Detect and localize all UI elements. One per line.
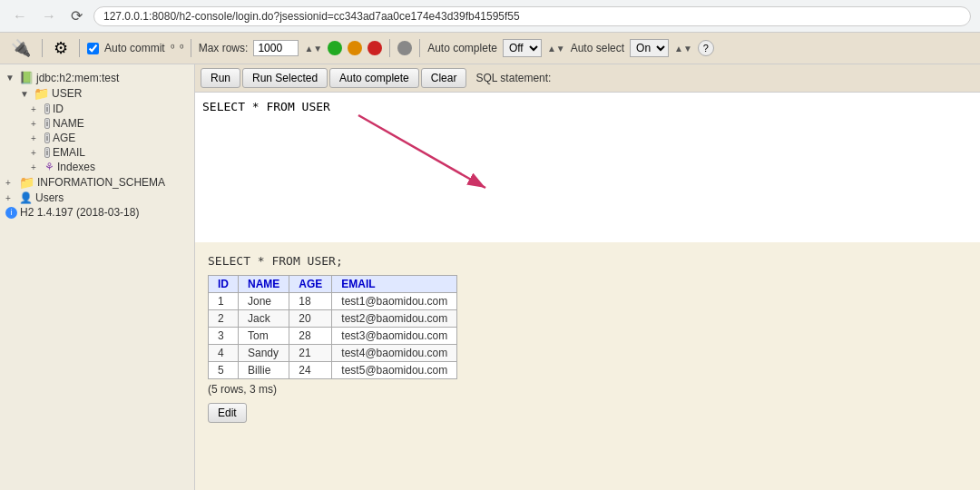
address-bar[interactable]: [93, 6, 971, 26]
sidebar-col-age[interactable]: + i AGE: [29, 131, 191, 145]
forward-button[interactable]: →: [38, 6, 60, 26]
col-id-label: ID: [53, 103, 64, 115]
auto-complete-group: Off On: [503, 39, 542, 57]
help-button[interactable]: ?: [698, 40, 714, 56]
refresh-button[interactable]: ⟳: [67, 5, 86, 26]
folder-icon: 📁: [34, 86, 49, 101]
stop-icon: [348, 41, 362, 55]
folder-icon: 📁: [19, 175, 34, 190]
separator5: [419, 39, 420, 57]
table-cell: Billie: [239, 362, 289, 379]
sidebar-connection[interactable]: ▼ 📗 jdbc:h2:mem:test: [4, 70, 191, 85]
db-icon: 📗: [19, 71, 34, 84]
sidebar-information-schema[interactable]: + 📁 INFORMATION_SCHEMA: [4, 174, 191, 191]
table-cell: test3@baomidou.com: [332, 328, 457, 345]
table-cell: 3: [209, 328, 239, 345]
disconnect-button[interactable]: 🔌: [7, 36, 34, 60]
table-cell: 20: [289, 310, 332, 328]
run-button[interactable]: Run: [201, 68, 240, 88]
results-table: ID NAME AGE EMAIL 1Jone18test1@baomidou.…: [208, 275, 457, 379]
expand-icon: +: [31, 133, 42, 143]
auto-select-select[interactable]: On Off: [630, 39, 669, 57]
user-table-label: USER: [52, 87, 82, 100]
col-name-label: NAME: [53, 117, 84, 130]
results-area: SELECT * FROM USER; ID NAME AGE EMAIL 1J…: [195, 245, 980, 490]
table-row: 3Tom28test3@baomidou.com: [209, 328, 457, 345]
table-cell: 21: [289, 345, 332, 362]
sidebar-users[interactable]: + 👤 Users: [4, 191, 191, 205]
user-columns: + i ID + i NAME + i AGE + i EMAIL: [29, 102, 191, 174]
header-row: ID NAME AGE EMAIL: [209, 276, 457, 293]
table-cell: 1: [209, 293, 239, 310]
expand-icon: +: [31, 104, 42, 114]
run-icon: [328, 41, 342, 55]
table-cell: 5: [209, 362, 239, 379]
info-icon: i: [5, 207, 17, 219]
back-button[interactable]: ←: [9, 6, 31, 26]
disconnect-icon: [368, 41, 382, 55]
table-cell: Jack: [239, 310, 289, 328]
col-age-label: AGE: [53, 132, 75, 144]
browser-nav: ← → ⟳: [0, 0, 980, 32]
version-label: H2 1.4.197 (2018-03-18): [20, 206, 139, 219]
auto-select-spinner: ▲▼: [674, 44, 692, 54]
auto-commit-icon: ⁰: [171, 43, 174, 54]
expand-icon: ▼: [5, 73, 16, 83]
separator: [42, 39, 43, 57]
auto-commit-label: Auto commit: [104, 42, 165, 54]
col-icon: i: [44, 147, 50, 158]
table-row: 1Jone18test1@baomidou.com: [209, 293, 457, 310]
table-row: 4Sandy21test4@baomidou.com: [209, 345, 457, 362]
commit-icon: ⁰: [180, 43, 183, 54]
table-cell: 18: [289, 293, 332, 310]
users-label: Users: [35, 191, 64, 204]
content-area: Run Run Selected Auto complete Clear SQL…: [195, 64, 980, 490]
users-icon: 👤: [19, 191, 33, 204]
h2-toolbar: 🔌 ⚙ Auto commit ⁰ ⁰ Max rows: ▲▼ Auto co…: [0, 33, 980, 64]
auto-complete-select[interactable]: Off On: [503, 39, 542, 57]
preferences-button[interactable]: ⚙: [50, 36, 72, 60]
expand-icon: ▼: [20, 89, 31, 99]
table-cell: test2@baomidou.com: [332, 310, 457, 328]
sidebar-version: i H2 1.4.197 (2018-03-18): [4, 205, 191, 220]
results-table-header: ID NAME AGE EMAIL: [209, 276, 457, 293]
col-icon: i: [44, 118, 50, 129]
connection-label: jdbc:h2:mem:test: [36, 72, 119, 84]
table-cell: test5@baomidou.com: [332, 362, 457, 379]
sql-toolbar: Run Run Selected Auto complete Clear SQL…: [195, 64, 980, 93]
sidebar-user-table[interactable]: ▼ 📁 USER: [18, 85, 191, 102]
max-rows-label: Max rows:: [199, 42, 249, 54]
index-icon: ⚘: [44, 161, 54, 173]
main-layout: ▼ 📗 jdbc:h2:mem:test ▼ 📁 USER + i ID + i: [0, 64, 980, 490]
sql-statement-label: SQL statement:: [475, 72, 551, 84]
col-header-age: AGE: [289, 276, 332, 293]
sidebar-col-name[interactable]: + i NAME: [29, 116, 191, 131]
table-cell: Tom: [239, 328, 289, 345]
sql-editor[interactable]: SELECT * FROM USER: [195, 93, 980, 242]
table-row: 5Billie24test5@baomidou.com: [209, 362, 457, 379]
clear-button[interactable]: Clear: [421, 68, 467, 88]
auto-complete-label: Auto complete: [427, 42, 497, 54]
edit-button[interactable]: Edit: [208, 403, 247, 423]
sidebar-col-email[interactable]: + i EMAIL: [29, 145, 191, 160]
separator3: [191, 39, 191, 57]
expand-icon: +: [31, 148, 42, 158]
table-cell: 28: [289, 328, 332, 345]
auto-commit-checkbox[interactable]: [87, 43, 99, 54]
max-rows-spinner[interactable]: ▲▼: [304, 44, 322, 54]
col-email-label: EMAIL: [53, 146, 85, 159]
col-header-name: NAME: [239, 276, 289, 293]
sidebar-indexes[interactable]: + ⚘ Indexes: [29, 160, 191, 174]
sidebar: ▼ 📗 jdbc:h2:mem:test ▼ 📁 USER + i ID + i: [0, 64, 195, 490]
auto-complete-button[interactable]: Auto complete: [329, 68, 419, 88]
max-rows-input[interactable]: [253, 40, 299, 56]
table-cell: test1@baomidou.com: [332, 293, 457, 310]
col-icon: i: [44, 132, 50, 143]
auto-select-group: On Off: [630, 39, 669, 57]
sidebar-col-id[interactable]: + i ID: [29, 102, 191, 116]
expand-icon: +: [5, 178, 16, 188]
table-row: 2Jack20test2@baomidou.com: [209, 310, 457, 328]
run-selected-button[interactable]: Run Selected: [242, 68, 328, 88]
auto-complete-spinner: ▲▼: [547, 44, 565, 54]
col-header-id: ID: [209, 276, 239, 293]
